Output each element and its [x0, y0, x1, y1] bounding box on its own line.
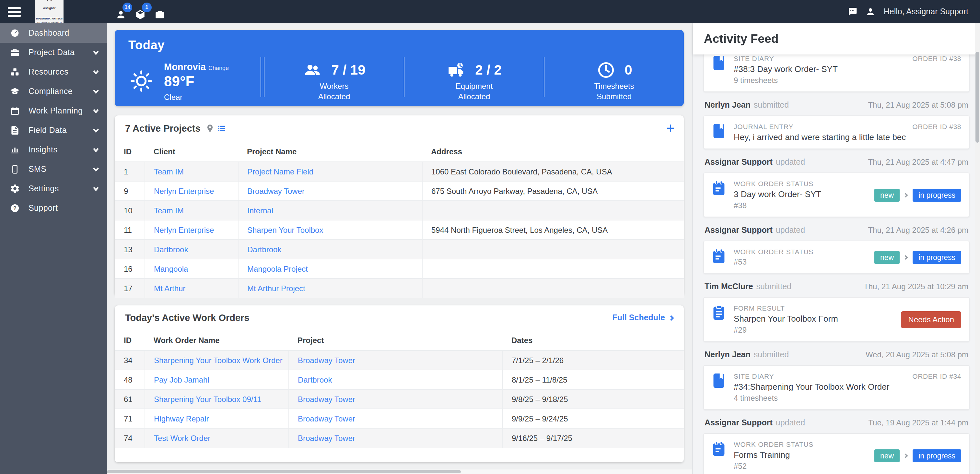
project-link[interactable]: Mt Arthur Project [247, 284, 305, 293]
client-link[interactable]: Team IM [154, 167, 184, 176]
sidebar-item-label: Project Data [29, 48, 93, 57]
briefcase-icon [10, 47, 20, 58]
sidebar-item-settings[interactable]: Settings [0, 179, 107, 198]
hamburger-menu-icon[interactable] [8, 6, 21, 17]
address-cell: 5944 North Figueroa Street, Los Angeles,… [422, 220, 684, 239]
sidebar-item-resources[interactable]: Resources [0, 62, 107, 82]
feed-card[interactable]: SITE DIARY#38:3 Day work Order- SYT9 tim… [703, 54, 970, 92]
calendar-icon [712, 180, 726, 210]
jobs-nav-icon[interactable] [154, 3, 165, 20]
user-icon[interactable] [865, 6, 876, 17]
project-link[interactable]: Project Name Field [247, 167, 313, 176]
project-link[interactable]: Dartbrook [298, 375, 332, 384]
sidebar-item-label: Compliance [29, 87, 93, 96]
project-link[interactable]: Broadway Tower [298, 414, 355, 423]
feed-card[interactable]: WORK ORDER STATUS#53newin progress [703, 241, 970, 274]
list-view-icon[interactable] [218, 124, 226, 133]
project-cell: Dartbrook [288, 370, 502, 389]
feed-meta-row: Assignar SupportupdatedThu, 21 Aug 2025 … [705, 158, 968, 167]
client-link[interactable]: Mt Arthur [154, 284, 185, 293]
sidebar-item-compliance[interactable]: Compliance [0, 82, 107, 101]
full-schedule-link[interactable]: Full Schedule [612, 313, 675, 322]
client-link[interactable]: Nerlyn Enterprise [154, 187, 214, 195]
workers-allocated-value: 7 / 19 [331, 62, 365, 78]
project-link[interactable]: Broadway Tower [298, 356, 355, 365]
feed-card[interactable]: SITE DIARY#34:Sharpening Your Toolbox Wo… [703, 365, 970, 410]
feed-user: Tim McClure [705, 282, 753, 291]
project-link[interactable]: Broadway Tower [247, 187, 305, 195]
client-link[interactable]: Mangoola [154, 264, 188, 273]
table-row: 1Team IMProject Name Field1060 East Colo… [115, 162, 684, 181]
status-badge-to: in progress [913, 188, 961, 201]
name-link[interactable]: Sharpening Your Toolbox 09/11 [154, 394, 261, 404]
status-badge-from: new [874, 449, 900, 462]
project-link[interactable]: Broadway Tower [298, 394, 355, 404]
user-greeting[interactable]: Hello, Assignar Support [884, 7, 968, 16]
status-transition: newin progress [874, 188, 961, 201]
equipment-nav-icon[interactable]: 1 [135, 3, 146, 20]
feed-card[interactable]: WORK ORDER STATUS3 Day work Order- SYT#3… [703, 172, 970, 217]
feed-card[interactable]: FORM RESULTSharpen Your Toolbox Form#29N… [703, 297, 970, 342]
name-link[interactable]: Test Work Order [154, 434, 210, 443]
client-link[interactable]: Dartbrook [154, 245, 188, 254]
sidebar-item-project-data[interactable]: Project Data [0, 43, 107, 62]
truck-clock-icon [447, 60, 466, 80]
project-cell: Sharpen Your Toolbox [238, 220, 422, 239]
company-logo: 🚜 Assignar IMPLEMENTATION TEAM 123 Denve… [35, 0, 64, 23]
work-orders-table: IDWork Order NameProjectDates 34Sharpeni… [115, 331, 684, 448]
status-transition: newin progress [874, 449, 961, 462]
svg-text:?: ? [13, 206, 16, 211]
weather-change-link[interactable]: Change [208, 64, 229, 71]
timesheets-submitted-stat: 0 TimesheetsSubmitted [544, 56, 684, 106]
sidebar-item-label: Support [29, 204, 99, 213]
feed-meta-row: Nerlyn JeansubmittedThu, 21 Aug 2025 at … [705, 101, 968, 110]
status-badge-from: new [874, 188, 900, 201]
name-cell: Pay Job Jamahl [145, 370, 288, 389]
workers-nav-icon[interactable]: 14 [115, 3, 126, 20]
horizontal-scrollbar-thumb[interactable] [107, 470, 461, 473]
logo-team: IMPLEMENTATION TEAM [36, 18, 62, 21]
sidebar-item-work-planning[interactable]: Work Planning [0, 101, 107, 121]
column-header: ID [115, 331, 145, 351]
feed-user: Assignar Support [705, 418, 773, 427]
name-link[interactable]: Highway Repair [154, 414, 209, 423]
sidebar-item-support[interactable]: ?Support [0, 198, 107, 218]
project-link[interactable]: Dartbrook [247, 245, 281, 254]
briefcase-icon [154, 9, 165, 20]
chat-icon[interactable] [848, 6, 858, 17]
feed-action: updated [776, 158, 805, 167]
activity-feed-title: Activity Feed [704, 32, 778, 46]
project-link[interactable]: Sharpen Your Toolbox [247, 225, 323, 235]
active-projects-card: 7 Active Projects + IDClientProject Name… [115, 115, 684, 296]
chevron-down-icon [93, 185, 99, 192]
name-link[interactable]: Sharpening Your Toolbox Work Order [154, 356, 283, 365]
id-cell: 9 [115, 181, 145, 201]
feed-action: submitted [754, 350, 789, 359]
table-row: 13DartbrookDartbrook [115, 239, 684, 259]
map-pin-icon[interactable] [206, 124, 215, 133]
feed-action: submitted [756, 282, 791, 291]
sidebar-item-sms[interactable]: SMS [0, 160, 107, 179]
sidebar-item-insights[interactable]: Insights [0, 140, 107, 160]
feed-card[interactable]: WORK ORDER STATUSForms Training#52newin … [703, 433, 970, 474]
add-project-button[interactable]: + [666, 123, 675, 134]
vertical-scrollbar-thumb[interactable] [975, 52, 979, 143]
name-link[interactable]: Pay Job Jamahl [154, 375, 209, 384]
activity-feed-panel: Activity Feed SITE DIARY#38:3 Day work O… [692, 23, 980, 474]
feed-card[interactable]: JOURNAL ENTRYHey, i arrived and were sta… [703, 115, 970, 149]
chevron-right-icon [669, 315, 675, 321]
horizontal-scrollbar [107, 469, 692, 474]
sidebar-item-dashboard[interactable]: Dashboard [0, 23, 107, 43]
gradcap-icon [10, 86, 20, 97]
client-link[interactable]: Nerlyn Enterprise [154, 225, 214, 235]
address-cell [422, 279, 684, 298]
project-link[interactable]: Internal [247, 206, 273, 215]
client-link[interactable]: Team IM [154, 206, 184, 215]
sidebar-item-field-data[interactable]: Field Data [0, 121, 107, 140]
project-cell: Broadway Tower [288, 351, 502, 370]
project-link[interactable]: Broadway Tower [298, 434, 355, 443]
activity-feed-list[interactable]: SITE DIARY#38:3 Day work Order- SYT9 tim… [693, 54, 980, 474]
project-link[interactable]: Mangoola Project [247, 264, 308, 273]
weather-temperature: 89°F [164, 73, 229, 90]
sun-icon [128, 68, 154, 94]
